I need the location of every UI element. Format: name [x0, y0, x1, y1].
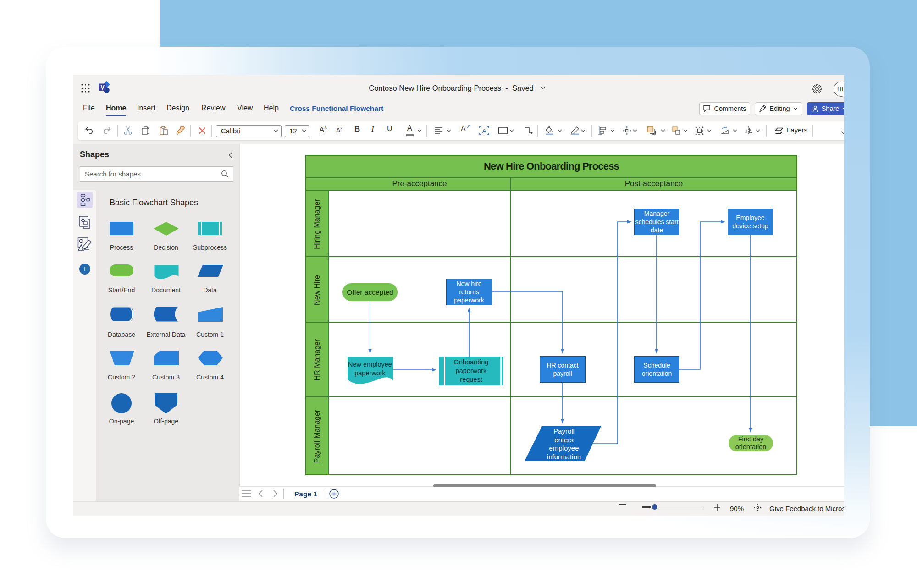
svg-text:A: A: [482, 127, 486, 134]
